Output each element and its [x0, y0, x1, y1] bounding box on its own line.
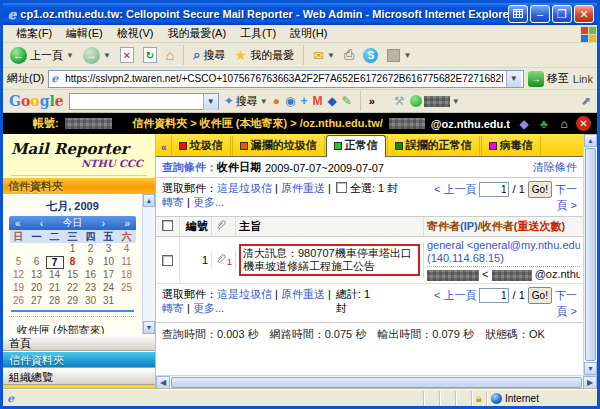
calendar-day[interactable]: 24 — [100, 282, 118, 295]
calendar-next-month-button[interactable]: › — [102, 218, 105, 229]
mark-spam-link[interactable]: 這是垃圾信 — [217, 182, 272, 194]
calendar-day[interactable]: 23 — [82, 282, 100, 295]
mail-table-row[interactable]: 1 1 清大訊息：980707機車停車塔出口機車坡道修繕工程施工公告 gener… — [156, 237, 583, 284]
calendar-day[interactable]: 4 — [118, 243, 136, 256]
row-checkbox[interactable] — [162, 255, 173, 266]
scroll-left-icon[interactable]: ◀ — [156, 376, 170, 389]
pagerank-icon[interactable]: ◉ — [285, 94, 295, 108]
page-number-input[interactable] — [479, 288, 509, 303]
more-link[interactable]: 更多... — [193, 196, 224, 208]
print-button[interactable]: ⎙ — [341, 46, 357, 64]
close-button[interactable]: ✕ — [574, 5, 594, 23]
calendar-day[interactable]: 29 — [64, 295, 82, 308]
collapse-tabs-button[interactable]: « — [158, 142, 170, 156]
back-button[interactable]: ← 上一頁 ▼ — [7, 46, 77, 65]
next-page-link[interactable]: 下一頁 > — [555, 183, 577, 211]
bookmark-icon[interactable]: ◆ — [327, 94, 336, 108]
mail-button[interactable]: ✉▼ — [310, 47, 338, 64]
scroll-up-icon[interactable]: ▲ — [584, 134, 597, 147]
folder-inbox-external[interactable]: 收件匣 (外部寄來) — [3, 321, 142, 334]
scroll-down-icon[interactable]: ▼ — [143, 321, 155, 334]
google-search-dropdown[interactable]: ▼ — [203, 94, 218, 110]
maximize-button[interactable]: ❒ — [552, 5, 572, 23]
address-input[interactable]: e https://sslvpn2.twaren.net/+CSCO+10756… — [48, 70, 524, 88]
header-checkbox[interactable] — [162, 220, 173, 231]
calendar-day[interactable]: 13 — [28, 269, 46, 282]
horizontal-scrollbar[interactable]: ◀ ▶ — [156, 375, 597, 389]
calendar-day[interactable]: 3 — [100, 243, 118, 256]
menu-tools[interactable]: 工具(T) — [233, 24, 283, 43]
nav-arrows-icon[interactable]: ◆ — [516, 116, 532, 132]
calendar-day[interactable]: 30 — [82, 295, 100, 308]
scroll-right-icon[interactable]: ▶ — [583, 376, 597, 389]
calendar-day[interactable]: 5 — [10, 256, 28, 269]
calendar-day[interactable]: 10 — [100, 256, 118, 269]
calendar-day[interactable]: 19 — [10, 282, 28, 295]
more-tools-button[interactable]: » — [369, 95, 375, 107]
go-page-button[interactable]: Go! — [528, 181, 552, 198]
calendar-day[interactable]: 16 — [82, 269, 100, 282]
sidebar-nav-home[interactable]: 首頁 — [3, 334, 155, 351]
account-status-button[interactable]: ▼ — [410, 95, 460, 107]
address-dropdown[interactable]: ▼ — [506, 71, 521, 87]
search-button[interactable]: ⌕ 搜尋 — [190, 46, 228, 64]
highlighter-icon[interactable]: ✎ — [342, 94, 352, 108]
resend-link[interactable]: 原件重送 — [281, 288, 325, 300]
send-to-icon[interactable]: ⬈ — [581, 94, 591, 108]
gmail-icon[interactable]: M — [312, 94, 322, 108]
calendar-next-year-button[interactable]: » — [124, 218, 130, 229]
mark-spam-link[interactable]: 這是垃圾信 — [217, 288, 272, 300]
calendar-day[interactable]: 28 — [46, 295, 64, 308]
calendar-day[interactable]: 27 — [28, 295, 46, 308]
calendar-day[interactable]: 2 — [82, 243, 100, 256]
scroll-up-icon[interactable]: ▲ — [143, 194, 155, 207]
forward-link[interactable]: 轉寄 — [162, 302, 184, 314]
sidebar-nav-organization[interactable]: 組織總覽 — [3, 368, 155, 385]
news-icon[interactable]: ● — [273, 94, 280, 108]
menu-view[interactable]: 檢視(V) — [110, 24, 161, 43]
sidebar-scrollbar[interactable]: ▲ ▼ — [142, 194, 155, 334]
select-all-checkbox[interactable] — [336, 182, 347, 193]
calendar-day[interactable]: 9 — [82, 256, 100, 269]
scroll-down-icon[interactable]: ▼ — [584, 362, 597, 375]
calendar-day[interactable]: 12 — [10, 269, 28, 282]
more-link[interactable]: 更多... — [193, 302, 224, 314]
add-icon[interactable]: + — [300, 94, 307, 108]
home-button[interactable]: ⌂ — [163, 46, 177, 64]
clear-condition-link[interactable]: 清除條件 — [533, 160, 577, 175]
calendar-day[interactable]: 6 — [28, 256, 46, 269]
calendar-day[interactable]: 15 — [64, 269, 82, 282]
tab-spam[interactable]: 垃圾信 — [171, 136, 231, 156]
tab-normal-mail[interactable]: 正常信 — [326, 135, 386, 157]
calendar-prev-year-button[interactable]: « — [15, 218, 21, 229]
google-search-button[interactable]: ✦ 搜尋 ▼ — [224, 94, 268, 109]
logout-icon[interactable]: ✕ — [576, 116, 591, 131]
vertical-scrollbar[interactable]: ▲ ▼ — [583, 134, 597, 375]
forward-button[interactable]: → ▼ — [80, 46, 114, 65]
mail-subject[interactable]: 清大訊息：980707機車停車塔出口機車坡道修繕工程施工公告 — [239, 244, 420, 276]
calendar-day[interactable]: 21 — [46, 282, 64, 295]
tab-missed-spam[interactable]: 漏攔的垃圾信 — [232, 136, 325, 156]
scrollbar-thumb[interactable] — [585, 148, 596, 361]
calendar-day[interactable]: 18 — [118, 269, 136, 282]
forward-link[interactable]: 轉寄 — [162, 196, 184, 208]
go-button[interactable]: → 移至 — [528, 71, 569, 87]
go-page-button[interactable]: Go! — [528, 287, 552, 304]
refresh-button[interactable]: ↻ — [140, 46, 160, 64]
google-search-input[interactable]: ▼ — [69, 93, 219, 110]
skype-button[interactable]: S — [360, 47, 381, 64]
favorites-button[interactable]: ★ 我的最愛 — [232, 46, 298, 64]
calendar-day[interactable]: 11 — [118, 256, 136, 269]
calendar-day[interactable]: 1 — [64, 243, 82, 256]
menu-file[interactable]: 檔案(F) — [9, 24, 59, 43]
links-label[interactable]: Link — [573, 73, 593, 85]
wrench-icon[interactable]: ⚒ — [394, 94, 405, 108]
sidebar-nav-mail-folders[interactable]: 信件資料夾 — [3, 351, 155, 368]
tab-false-positive[interactable]: 誤攔的正常信 — [387, 136, 480, 156]
tab-virus-mail[interactable]: 病毒信 — [481, 136, 541, 156]
page-number-input[interactable] — [479, 182, 509, 197]
mail-sender[interactable]: general <general@my.nthu.edu. ... — [427, 239, 580, 252]
calendar-day[interactable]: 25 — [118, 282, 136, 295]
prev-page-link[interactable]: < 上一頁 — [434, 183, 476, 195]
calendar-day[interactable]: 8 — [64, 256, 82, 269]
